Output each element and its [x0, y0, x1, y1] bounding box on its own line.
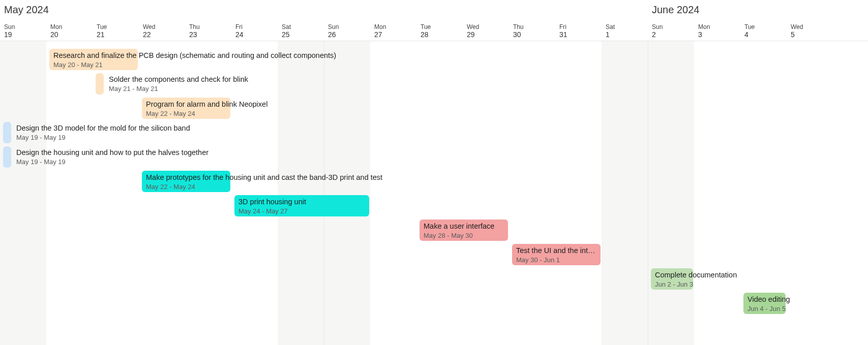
task-bar[interactable]: 3D print housing unitMay 24 - May 27	[234, 195, 369, 216]
gantt-timeline[interactable]: Research and finalize the PCB design (sc…	[0, 0, 868, 345]
task-title: Design the 3D model for the mold for the…	[16, 123, 190, 133]
day-header[interactable]: Wed22	[143, 23, 189, 39]
day-number: 19	[4, 30, 50, 39]
task-bar[interactable]: Make a user interfaceMay 28 - May 30	[420, 219, 508, 241]
day-header[interactable]: Mon20	[50, 23, 97, 39]
day-header[interactable]: Mon3	[698, 23, 744, 39]
day-header[interactable]: Sun2	[652, 23, 698, 39]
task-title: Solder the components and check for blin…	[109, 75, 248, 84]
task-date-range: May 19 - May 19	[16, 158, 66, 166]
task-date-range: May 22 - May 24	[146, 183, 226, 191]
day-of-week: Mon	[698, 23, 744, 30]
day-header[interactable]: Tue4	[744, 23, 791, 39]
day-column	[602, 41, 648, 345]
task-bar[interactable]: Research and finalize the PCB design (sc…	[49, 49, 138, 70]
task-title: Video editing	[747, 295, 782, 304]
day-number: 20	[50, 30, 97, 39]
task-date-range: Jun 4 - Jun 5	[747, 305, 782, 313]
task-title: Complete documentation	[655, 270, 689, 279]
day-number: 3	[698, 30, 744, 39]
day-header[interactable]: Wed5	[791, 23, 837, 39]
day-of-week: Tue	[744, 23, 791, 30]
task-bar[interactable]: Design the housing unit and how to put t…	[3, 146, 11, 168]
task-title: Make a user interface	[424, 222, 504, 231]
week-separator	[648, 41, 648, 345]
task-bar[interactable]: Design the 3D model for the mold for the…	[3, 122, 11, 143]
day-number: 25	[282, 30, 328, 39]
day-header[interactable]: Sun26	[328, 23, 374, 39]
task-title: Make prototypes for the housing unit and…	[146, 173, 226, 182]
day-number: 21	[97, 30, 143, 39]
task-date-range: May 24 - May 27	[238, 207, 365, 215]
day-number: 29	[467, 30, 513, 39]
day-number: 2	[652, 30, 698, 39]
day-number: 28	[421, 30, 467, 39]
day-column	[694, 41, 740, 345]
day-number: 24	[235, 30, 282, 39]
day-column	[231, 41, 278, 345]
day-of-week: Thu	[189, 23, 235, 30]
day-of-week: Mon	[374, 23, 421, 30]
task-bar[interactable]: Solder the components and check for blin…	[96, 73, 104, 95]
task-bar[interactable]: Make prototypes for the housing unit and…	[142, 171, 230, 192]
day-of-week: Sat	[606, 23, 652, 30]
day-number: 22	[143, 30, 189, 39]
day-number: 31	[559, 30, 606, 39]
day-of-week: Thu	[513, 23, 559, 30]
day-header[interactable]: Thu23	[189, 23, 235, 39]
day-header[interactable]: Sun19	[4, 23, 50, 39]
day-of-week: Sun	[4, 23, 50, 30]
month-label: June 2024	[652, 4, 699, 16]
task-date-range: May 19 - May 19	[16, 134, 66, 142]
day-of-week: Fri	[235, 23, 282, 30]
task-date-range: May 22 - May 24	[146, 110, 226, 118]
day-column	[555, 41, 602, 345]
day-of-week: Sat	[282, 23, 328, 30]
task-date-range: May 28 - May 30	[424, 232, 504, 240]
day-column	[648, 41, 694, 345]
task-bar[interactable]: Test the UI and the interaction with th……	[512, 244, 601, 265]
day-number: 5	[791, 30, 837, 39]
day-column	[185, 41, 231, 345]
task-title: Test the UI and the interaction with th…	[516, 246, 596, 255]
task-date-range: May 21 - May 21	[109, 85, 158, 93]
day-header[interactable]: Fri24	[235, 23, 282, 39]
day-header[interactable]: Sat25	[282, 23, 328, 39]
day-header[interactable]: Fri31	[559, 23, 606, 39]
day-number: 1	[606, 30, 652, 39]
day-number: 26	[328, 30, 374, 39]
task-date-range: May 20 - May 21	[53, 61, 134, 69]
day-header[interactable]: Tue21	[97, 23, 143, 39]
day-of-week: Tue	[97, 23, 143, 30]
day-number: 27	[374, 30, 421, 39]
task-title: Design the housing unit and how to put t…	[16, 148, 208, 157]
task-bar[interactable]: Video editingJun 4 - Jun 5	[743, 293, 786, 314]
day-of-week: Wed	[791, 23, 837, 30]
month-label: May 2024	[4, 4, 49, 16]
day-column	[324, 41, 370, 345]
day-column	[46, 41, 93, 345]
day-of-week: Mon	[50, 23, 97, 30]
day-header[interactable]: Tue28	[421, 23, 467, 39]
week-separator	[324, 41, 324, 345]
day-of-week: Sun	[652, 23, 698, 30]
day-number: 30	[513, 30, 559, 39]
day-header[interactable]: Wed29	[467, 23, 513, 39]
task-bar[interactable]: Program for alarm and blink NeopixelMay …	[142, 98, 230, 119]
day-of-week: Wed	[143, 23, 189, 30]
day-header[interactable]: Mon27	[374, 23, 421, 39]
day-column	[416, 41, 463, 345]
day-header[interactable]: Thu30	[513, 23, 559, 39]
day-number: 4	[744, 30, 791, 39]
day-number: 23	[189, 30, 235, 39]
task-title: 3D print housing unit	[238, 197, 365, 206]
day-of-week: Sun	[328, 23, 374, 30]
day-column	[463, 41, 509, 345]
grid-region[interactable]: Research and finalize the PCB design (sc…	[0, 41, 868, 345]
day-column	[787, 41, 833, 345]
day-of-week: Wed	[467, 23, 513, 30]
task-title: Program for alarm and blink Neopixel	[146, 100, 226, 109]
day-of-week: Fri	[559, 23, 606, 30]
task-bar[interactable]: Complete documentationJun 2 - Jun 3	[651, 268, 693, 290]
day-header[interactable]: Sat1	[606, 23, 652, 39]
